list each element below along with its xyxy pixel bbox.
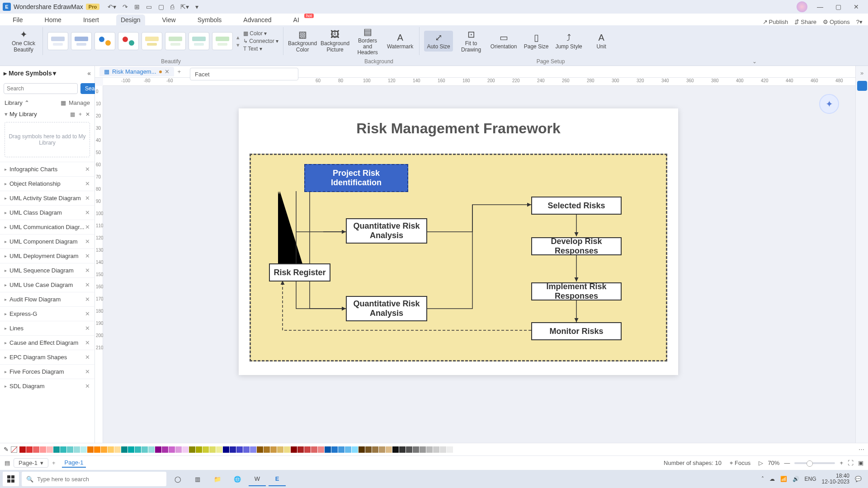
color-swatch[interactable] (365, 446, 372, 453)
color-swatch[interactable] (196, 446, 202, 453)
diagram-box-qra1[interactable]: Quantitative Risk Analysis (346, 218, 427, 244)
sidebar-category[interactable]: ▸Cause and Effect Diagram✕ (0, 335, 94, 350)
maximize-button[interactable]: ▢ (829, 3, 847, 10)
page-size-button[interactable]: ▯Page Size (522, 33, 551, 50)
color-swatch[interactable] (345, 446, 351, 453)
category-close-icon[interactable]: ✕ (85, 310, 90, 317)
color-swatch[interactable] (189, 446, 195, 453)
category-close-icon[interactable]: ✕ (85, 195, 90, 202)
taskview-button[interactable]: ◯ (169, 472, 186, 486)
sidebar-category[interactable]: ▸Lines✕ (0, 321, 94, 335)
zoom-slider[interactable] (794, 462, 835, 464)
color-swatch[interactable] (175, 446, 182, 453)
tab-home[interactable]: Home (40, 14, 66, 25)
sidebar-category[interactable]: ▸UML Deployment Diagram✕ (0, 249, 94, 263)
taskbar-word[interactable]: W (249, 472, 266, 486)
color-swatch[interactable] (257, 446, 263, 453)
color-swatch[interactable] (94, 446, 100, 453)
diagram-box-qra2[interactable]: Quantitative Risk Analysis (346, 296, 427, 321)
color-swatch[interactable] (325, 446, 331, 453)
publish-button[interactable]: ↗ Publish (763, 19, 788, 25)
theme-swatch[interactable] (47, 32, 68, 50)
tab-file[interactable]: File (8, 14, 28, 25)
fullscreen-button[interactable]: ▣ (858, 460, 863, 466)
unit-button[interactable]: AUnit (587, 33, 616, 50)
tab-advanced[interactable]: Advanced (239, 14, 276, 25)
ai-assistant-bubble[interactable]: ✦ (819, 94, 839, 114)
category-close-icon[interactable]: ✕ (85, 253, 90, 259)
mylib-add-icon[interactable]: + (79, 111, 82, 117)
taskbar-search[interactable]: 🔍Type here to search (22, 472, 166, 486)
tray-notifications-icon[interactable]: 💬 (855, 476, 862, 482)
color-swatch[interactable] (128, 446, 134, 453)
color-swatch[interactable] (297, 446, 304, 453)
color-swatch[interactable] (33, 446, 39, 453)
mylib-dropzone[interactable]: Drag symbols here to add to My Library (5, 122, 90, 157)
color-swatch[interactable] (203, 446, 209, 453)
color-swatch[interactable] (277, 446, 283, 453)
color-swatch[interactable] (331, 446, 338, 453)
zoom-play-icon[interactable]: ▷ (759, 460, 763, 466)
color-swatch[interactable] (53, 446, 60, 453)
color-swatch[interactable] (447, 446, 453, 453)
print-button[interactable]: ⎙ (170, 3, 174, 10)
category-close-icon[interactable]: ✕ (85, 282, 90, 288)
color-swatch[interactable] (121, 446, 127, 453)
canvas-viewport[interactable]: Risk Management Framework (103, 86, 855, 443)
options-button[interactable]: ⚙ Options (823, 19, 850, 25)
save-button[interactable]: ▢ (158, 3, 164, 10)
category-close-icon[interactable]: ✕ (85, 224, 90, 230)
new-button[interactable]: ⊞ (134, 3, 140, 10)
no-fill-swatch[interactable] (11, 446, 17, 453)
color-swatch[interactable] (250, 446, 256, 453)
drawing-page[interactable]: Risk Management Framework (239, 108, 678, 375)
color-swatch[interactable] (142, 446, 148, 453)
theme-scroll-down[interactable]: ▾ (236, 42, 240, 48)
color-swatch[interactable] (284, 446, 290, 453)
color-swatch[interactable] (318, 446, 324, 453)
color-swatch[interactable] (209, 446, 216, 453)
color-swatch[interactable] (135, 446, 141, 453)
theme-swatch[interactable] (71, 32, 92, 50)
document-tab-close[interactable]: ✕ (165, 68, 170, 75)
theme-swatch[interactable] (189, 32, 209, 50)
auto-size-button[interactable]: ⤢Auto Size (424, 31, 453, 52)
page-selector[interactable]: Page-1▾ (14, 458, 48, 468)
category-close-icon[interactable]: ✕ (85, 180, 90, 187)
color-swatch[interactable] (440, 446, 446, 453)
mylib-label[interactable]: My Library (9, 111, 37, 117)
sidebar-category[interactable]: ▸Five Forces Diagram✕ (0, 364, 94, 379)
diagram-box-selected-risks[interactable]: Selected Risks (531, 197, 622, 215)
sidebar-category[interactable]: ▸UML Use Case Diagram✕ (0, 277, 94, 292)
jump-style-button[interactable]: ⤴Jump Style (554, 33, 583, 50)
sidebar-category[interactable]: ▸Audit Flow Diagram✕ (0, 292, 94, 306)
category-close-icon[interactable]: ✕ (85, 368, 90, 375)
orientation-button[interactable]: ▭Orientation (489, 33, 518, 50)
tray-volume-icon[interactable]: 🔊 (793, 476, 799, 482)
category-close-icon[interactable]: ✕ (85, 339, 90, 346)
document-tab[interactable]: ▦ Risk Managem... ✕ (99, 67, 174, 76)
right-panel-tool[interactable] (857, 81, 867, 91)
tab-view[interactable]: View (158, 14, 180, 25)
tab-design[interactable]: Design (116, 14, 145, 25)
sidebar-category[interactable]: ▸SDL Diagram✕ (0, 379, 94, 393)
help-button[interactable]: ?▾ (856, 19, 863, 25)
color-swatch[interactable] (304, 446, 311, 453)
color-swatch[interactable] (379, 446, 385, 453)
sidebar-category[interactable]: ▸UML Communication Diagr...✕ (0, 220, 94, 234)
color-swatch[interactable] (359, 446, 365, 453)
category-close-icon[interactable]: ✕ (85, 296, 90, 303)
color-swatch[interactable] (413, 446, 419, 453)
color-swatch[interactable] (230, 446, 236, 453)
ribbon-collapse-icon[interactable]: ⌄ (646, 57, 868, 66)
background-color-button[interactable]: ▧Background Color (288, 29, 317, 52)
color-swatch[interactable] (40, 446, 46, 453)
taskbar-edrawmax[interactable]: E (269, 472, 286, 486)
color-swatch[interactable] (453, 446, 460, 453)
library-label[interactable]: Library (5, 99, 23, 106)
color-swatch[interactable] (399, 446, 406, 453)
color-swatch[interactable] (291, 446, 297, 453)
color-swatch[interactable] (372, 446, 378, 453)
theme-swatch[interactable] (212, 32, 233, 50)
tray-clock[interactable]: 18:4012-10-2023 (822, 473, 849, 485)
